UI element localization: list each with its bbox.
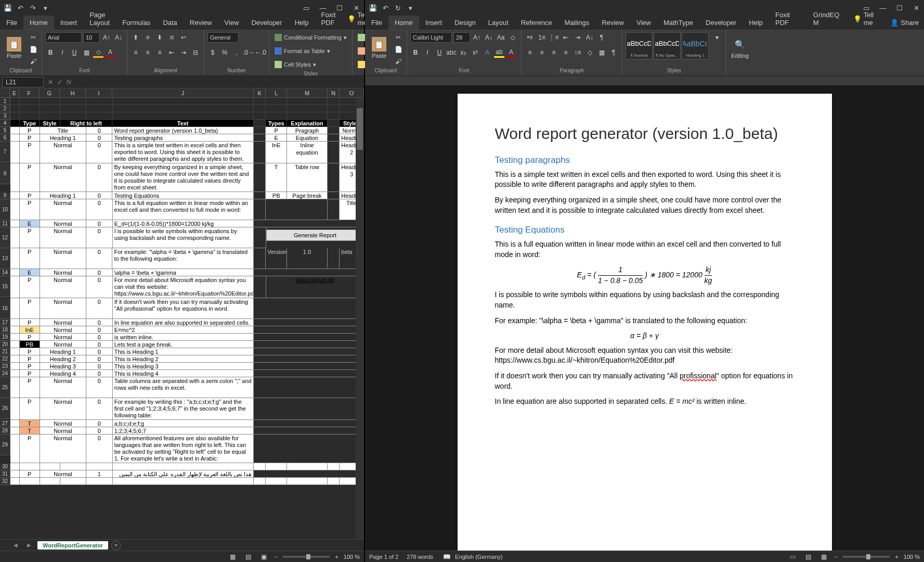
name-box[interactable]: L21 bbox=[2, 77, 44, 87]
align-center-icon[interactable]: ≡ bbox=[142, 47, 153, 58]
col-header[interactable]: E bbox=[10, 88, 19, 98]
clear-formatting-icon[interactable]: ◇ bbox=[507, 32, 518, 43]
zoom-out-icon[interactable]: − bbox=[835, 554, 838, 560]
table-row[interactable]: 7 P Normal 0 This is a simple text writt… bbox=[0, 142, 364, 163]
format-painter-icon[interactable]: 🖌 bbox=[393, 56, 404, 67]
decrease-font-icon[interactable]: A↓ bbox=[113, 32, 124, 43]
paste-button[interactable]: 📋 Paste bbox=[368, 32, 390, 62]
merge-icon[interactable]: ⊟ bbox=[190, 47, 201, 58]
conditional-formatting-button[interactable]: Conditional Formatting ▾ bbox=[272, 32, 349, 43]
ruler[interactable] bbox=[365, 76, 924, 85]
fill-color-icon[interactable]: ◇ bbox=[93, 47, 103, 58]
tab-help[interactable]: Help bbox=[743, 16, 769, 30]
tab-mailings[interactable]: Mailings bbox=[558, 16, 596, 30]
normal-view-icon[interactable]: ▦ bbox=[228, 552, 238, 562]
tab-reference[interactable]: Reference bbox=[515, 16, 558, 30]
zoom-level[interactable]: 100 % bbox=[344, 554, 360, 560]
word-count[interactable]: 278 words bbox=[407, 554, 433, 560]
tab-formulas[interactable]: Formulas bbox=[116, 16, 157, 30]
col-header[interactable]: L bbox=[266, 88, 287, 98]
tab-mathtype[interactable]: MathType bbox=[657, 16, 699, 30]
align-bottom-icon[interactable]: ⬇ bbox=[154, 32, 165, 43]
tab-insert[interactable]: Insert bbox=[54, 16, 84, 30]
currency-icon[interactable]: $ bbox=[207, 47, 218, 58]
increase-font-icon[interactable]: A↑ bbox=[472, 32, 482, 43]
table-row[interactable]: 26 P Normal 0 For example by writing thi… bbox=[0, 398, 364, 420]
document-area[interactable]: Word report generator (version 1.0_beta)… bbox=[365, 85, 924, 551]
copy-icon[interactable]: 📄 bbox=[28, 44, 38, 55]
increase-font-icon[interactable]: A↑ bbox=[101, 32, 112, 43]
table-row[interactable]: 29 P Normal 0 All aforementioned feature… bbox=[0, 435, 364, 463]
vertical-scrollbar[interactable] bbox=[356, 98, 364, 539]
undo-icon[interactable]: ↶ bbox=[382, 4, 389, 11]
tab-foxit-pdf[interactable]: Foxit PDF bbox=[315, 8, 342, 30]
tell-me[interactable]: 💡 Tell me bbox=[848, 8, 886, 30]
format-painter-icon[interactable]: 🖌 bbox=[28, 56, 38, 67]
col-header[interactable]: J bbox=[112, 88, 254, 98]
align-right-icon[interactable]: ≡ bbox=[549, 47, 559, 58]
table-row[interactable]: 6 P Heading 1 0 Testing paragraphs EEqua… bbox=[0, 134, 364, 142]
font-size-select[interactable]: 28 bbox=[453, 32, 470, 43]
styles-expand-icon[interactable]: ▾ bbox=[712, 32, 722, 43]
table-row[interactable]: 14 E Normal 0 \alpha = \beta + \gamma bbox=[0, 269, 364, 276]
style-box[interactable]: AaBbCcDd¶ No Spac... bbox=[654, 32, 681, 59]
font-size-select[interactable]: 10 bbox=[83, 32, 100, 43]
tab-data[interactable]: Data bbox=[157, 16, 183, 30]
cancel-formula-icon[interactable]: ✕ bbox=[48, 79, 53, 86]
highlight-icon[interactable]: ab bbox=[494, 47, 504, 58]
col-header[interactable]: N bbox=[328, 88, 340, 98]
col-header[interactable]: G bbox=[40, 88, 60, 98]
spelling-icon[interactable]: 📖 bbox=[441, 552, 452, 562]
tab-developer[interactable]: Developer bbox=[699, 16, 743, 30]
orientation-icon[interactable]: ⤭ bbox=[166, 32, 177, 43]
comma-icon[interactable]: , bbox=[231, 47, 242, 58]
col-header[interactable]: F bbox=[19, 88, 40, 98]
table-row[interactable]: 22 P Heading 2 0 This is Heading 2 bbox=[0, 355, 364, 363]
decrease-decimal-icon[interactable]: ←.0 bbox=[255, 47, 266, 58]
table-row[interactable]: 21 P Heading 1 0 This is Heading 1 bbox=[0, 348, 364, 355]
table-row[interactable]: 31 P Normal 1 هذا نص باللغة العربية لإظه… bbox=[0, 470, 364, 478]
font-name-select[interactable]: Arial bbox=[45, 32, 82, 43]
align-middle-icon[interactable]: ≡ bbox=[142, 32, 153, 43]
italic-icon[interactable]: I bbox=[57, 47, 68, 58]
number-format-select[interactable]: General bbox=[207, 32, 239, 43]
excel-grid[interactable]: EFGHIJKLMNO 1234TypeStyleRight to leftTe… bbox=[0, 88, 364, 539]
font-color-icon[interactable]: A bbox=[105, 47, 115, 58]
table-row[interactable]: 32 bbox=[0, 478, 364, 485]
table-row[interactable]: 12 P Normal 0 I is possible to write sym… bbox=[0, 227, 364, 248]
zoom-slider[interactable] bbox=[843, 556, 890, 558]
table-row[interactable]: 13 P Normal 0 For example: "\alpha = \be… bbox=[0, 248, 364, 269]
table-row[interactable]: 5 P Title 0 Word report generator (versi… bbox=[0, 127, 364, 134]
tab-view[interactable]: View bbox=[218, 16, 245, 30]
page-count[interactable]: Page 1 of 2 bbox=[369, 554, 398, 560]
print-layout-icon[interactable]: ▤ bbox=[803, 552, 814, 562]
indent-dec-icon[interactable]: ⇤ bbox=[561, 32, 571, 43]
tab-home[interactable]: Home bbox=[388, 16, 419, 30]
cut-icon[interactable]: ✂ bbox=[393, 32, 404, 43]
style-box[interactable]: AaBbCcDd¶ Normal bbox=[626, 32, 653, 59]
qat-dropdown-icon[interactable]: ▾ bbox=[42, 4, 49, 11]
page-layout-icon[interactable]: ▤ bbox=[243, 552, 254, 562]
tab-grindeq-m[interactable]: GrindEQ M bbox=[807, 8, 848, 30]
bullets-icon[interactable]: •≡ bbox=[525, 32, 535, 43]
font-name-select[interactable]: Calibri Light bbox=[410, 32, 452, 43]
change-case-icon[interactable]: Aa bbox=[496, 32, 506, 43]
col-header[interactable]: O bbox=[340, 88, 364, 98]
tab-insert[interactable]: Insert bbox=[419, 16, 449, 30]
tab-foxit-pdf[interactable]: Foxit PDF bbox=[769, 8, 807, 30]
formula-input[interactable] bbox=[75, 77, 364, 87]
read-mode-icon[interactable]: ▭ bbox=[788, 552, 798, 562]
fx-icon[interactable]: fx bbox=[67, 79, 71, 86]
align-top-icon[interactable]: ⬆ bbox=[131, 32, 141, 43]
line-spacing-icon[interactable]: ↕≡ bbox=[572, 47, 583, 58]
table-row[interactable]: 28 T Normal 0 1;2;3;4;5;6;7 bbox=[0, 427, 364, 435]
table-row[interactable]: 24 P Heading 4 0 This is Heading 4 bbox=[0, 370, 364, 377]
copy-icon[interactable]: 📄 bbox=[393, 44, 404, 55]
sheet-nav-prev-icon[interactable]: ▶ bbox=[24, 542, 34, 548]
col-header[interactable]: M bbox=[287, 88, 328, 98]
italic-icon[interactable]: I bbox=[422, 47, 433, 58]
indent-inc-icon[interactable]: ⇥ bbox=[178, 47, 189, 58]
tab-review[interactable]: Review bbox=[595, 16, 630, 30]
styles-gallery[interactable]: AaBbCcDd¶ NormalAaBbCcDd¶ No Spac...AaBb… bbox=[626, 32, 709, 59]
tab-review[interactable]: Review bbox=[184, 16, 218, 30]
